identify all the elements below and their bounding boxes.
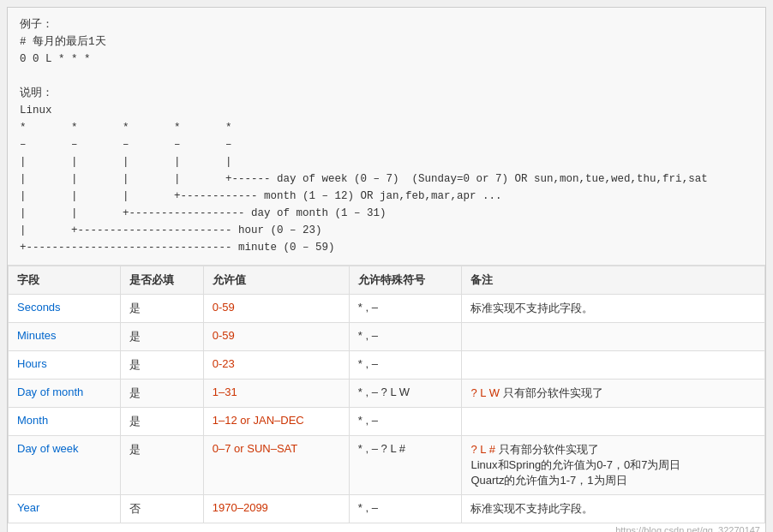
cell-special-chars: * , – — [349, 323, 462, 351]
col-special-chars: 允许特殊符号 — [349, 266, 462, 295]
cell-allowed-values: 0–7 or SUN–SAT — [203, 436, 349, 495]
cell-notes — [462, 408, 765, 436]
cell-required: 是 — [120, 408, 203, 436]
notes-highlight: ? L # — [470, 443, 498, 456]
cell-special-chars: * , – — [349, 495, 462, 523]
cell-notes — [462, 351, 765, 380]
cell-required: 是 — [120, 323, 203, 351]
cell-special-chars: * , – — [349, 351, 462, 380]
col-field: 字段 — [9, 266, 121, 295]
cell-required: 是 — [120, 295, 203, 323]
notes-text: Quartz的允许值为1-7，1为周日 — [470, 474, 626, 487]
table-row: Day of week是0–7 or SUN–SAT* , – ? L #? L… — [9, 436, 765, 495]
field-name-text: Hours — [17, 357, 47, 370]
cell-field: Day of month — [9, 380, 121, 408]
cell-notes — [462, 323, 765, 351]
main-container: 例子： # 每月的最后1天 0 0 L * * * 说明： Linux * * … — [7, 7, 766, 532]
field-name-text: Day of month — [17, 386, 83, 398]
watermark: https://blog.csdn.net/qq_32270147 — [8, 523, 765, 532]
allowed-values-text: 0–7 or SUN–SAT — [213, 442, 297, 455]
field-name-text: Month — [17, 414, 48, 427]
table-row: Seconds是0-59* , –标准实现不支持此字段。 — [9, 295, 765, 323]
col-required: 是否必填 — [120, 266, 203, 295]
cell-required: 是 — [120, 351, 203, 380]
cell-special-chars: * , – ? L # — [349, 436, 462, 495]
allowed-values-text: 1–12 or JAN–DEC — [213, 414, 304, 427]
table-row: Minutes是0-59* , – — [9, 323, 765, 351]
cell-required: 是 — [120, 380, 203, 408]
table-row: Day of month是1–31* , – ? L W? L W 只有部分软件… — [9, 380, 765, 408]
field-name-text: Minutes — [17, 329, 57, 342]
cell-special-chars: * , – — [349, 408, 462, 436]
allowed-values-text: 0-23 — [213, 357, 235, 370]
table-row: Hours是0-23* , – — [9, 351, 765, 380]
cell-notes: ? L # 只有部分软件实现了Linux和Spring的允许值为0-7，0和7为… — [462, 436, 765, 495]
code-block: 例子： # 每月的最后1天 0 0 L * * * 说明： Linux * * … — [8, 8, 765, 266]
cell-required: 是 — [120, 436, 203, 495]
allowed-values-text: 0-59 — [213, 301, 235, 314]
notes-highlight: ? L W — [470, 386, 502, 399]
cell-special-chars: * , – — [349, 295, 462, 323]
cell-field: Hours — [9, 351, 121, 380]
field-name-text: Day of week — [17, 442, 79, 455]
notes-text: 只有部分软件实现了 — [503, 386, 603, 399]
cell-allowed-values: 0-59 — [203, 323, 349, 351]
allowed-values-text: 1–31 — [213, 386, 237, 398]
cell-allowed-values: 0-23 — [203, 351, 349, 380]
cell-field: Month — [9, 408, 121, 436]
cell-field: Day of week — [9, 436, 121, 495]
cell-special-chars: * , – ? L W — [349, 380, 462, 408]
cell-allowed-values: 1–12 or JAN–DEC — [203, 408, 349, 436]
col-notes: 备注 — [462, 266, 765, 295]
cell-allowed-values: 1970–2099 — [203, 495, 349, 523]
field-name-text: Year — [17, 501, 39, 514]
table-row: Year否1970–2099* , –标准实现不支持此字段。 — [9, 495, 765, 523]
cell-required: 否 — [120, 495, 203, 523]
allowed-values-text: 0-59 — [213, 329, 235, 342]
cell-field: Year — [9, 495, 121, 523]
field-name-text: Seconds — [17, 301, 61, 314]
cell-notes: ? L W 只有部分软件实现了 — [462, 380, 765, 408]
cell-notes: 标准实现不支持此字段。 — [462, 295, 765, 323]
notes-text: Linux和Spring的允许值为0-7，0和7为周日 — [470, 458, 680, 471]
cell-allowed-values: 0-59 — [203, 295, 349, 323]
table-header-row: 字段 是否必填 允许值 允许特殊符号 备注 — [9, 266, 765, 295]
cell-notes: 标准实现不支持此字段。 — [462, 495, 765, 523]
table-row: Month是1–12 or JAN–DEC* , – — [9, 408, 765, 436]
table-area: 字段 是否必填 允许值 允许特殊符号 备注 Seconds是0-59* , –标… — [8, 266, 765, 523]
allowed-values-text: 1970–2099 — [213, 501, 268, 514]
cell-field: Minutes — [9, 323, 121, 351]
cell-allowed-values: 1–31 — [203, 380, 349, 408]
col-allowed-values: 允许值 — [203, 266, 349, 295]
notes-text: 只有部分软件实现了 — [499, 443, 599, 456]
cron-table: 字段 是否必填 允许值 允许特殊符号 备注 Seconds是0-59* , –标… — [8, 266, 765, 523]
cell-field: Seconds — [9, 295, 121, 323]
